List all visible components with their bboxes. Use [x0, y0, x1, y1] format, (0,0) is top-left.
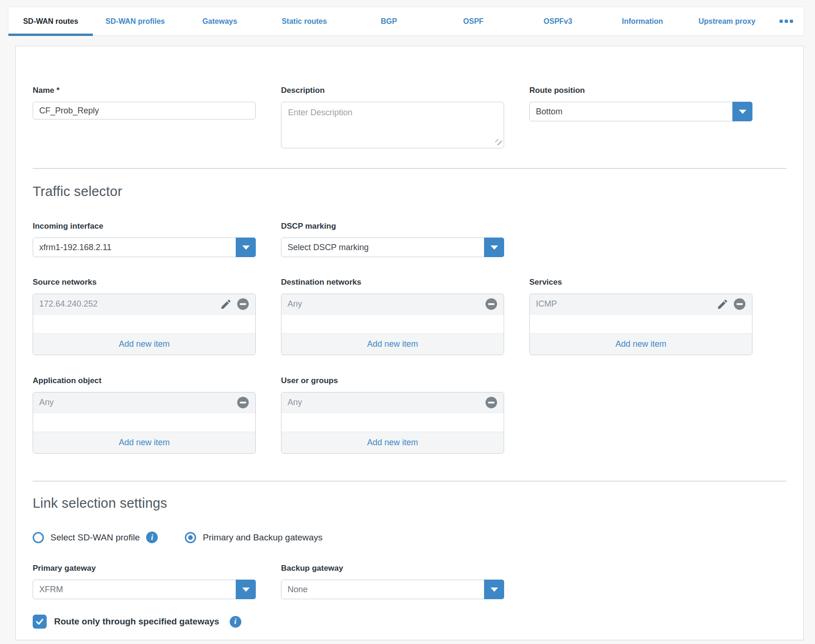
tab-bar: SD-WAN routes SD-WAN profiles Gateways S…	[8, 7, 804, 36]
add-service-button[interactable]: Add new item	[530, 333, 752, 355]
route-position-label: Route position	[529, 86, 752, 95]
incoming-interface-label: Incoming interface	[33, 222, 256, 231]
source-networks-listbox: 172.64.240.252 Add new item	[33, 294, 256, 355]
application-object-listbox: Any Add new item	[33, 392, 256, 454]
dropdown-button[interactable]	[732, 102, 752, 121]
incoming-interface-dropdown[interactable]: xfrm1-192.168.2.11	[33, 238, 256, 257]
add-application-object-button[interactable]: Add new item	[33, 432, 255, 453]
dscp-marking-field-group: DSCP marking Select DSCP marking	[281, 222, 504, 257]
tab-label: BGP	[381, 17, 397, 26]
traffic-selector-dropdown-row: Incoming interface xfrm1-192.168.2.11 DS…	[33, 222, 787, 257]
radio-select-sdwan-profile[interactable]	[33, 532, 44, 543]
link-selection-radio-row: Select SD-WAN profile i Primary and Back…	[33, 532, 787, 543]
tab-sdwan-profiles[interactable]: SD-WAN profiles	[93, 7, 177, 35]
primary-gateway-label: Primary gateway	[33, 564, 256, 573]
dscp-marking-dropdown[interactable]: Select DSCP marking	[281, 238, 504, 257]
backup-gateway-value: None	[288, 585, 308, 595]
incoming-interface-field-group: Incoming interface xfrm1-192.168.2.11	[33, 222, 256, 257]
tab-upstream-proxy[interactable]: Upstream proxy	[685, 7, 769, 35]
services-group: Services ICMP Add new item	[529, 278, 752, 355]
tab-label: Upstream proxy	[699, 17, 756, 26]
gateway-dropdown-row: Primary gateway XFRM Backup gateway None	[33, 564, 787, 599]
radio-select-sdwan-profile-label: Select SD-WAN profile	[50, 532, 140, 543]
list-item: Any	[281, 392, 504, 413]
destination-network-item-text: Any	[288, 299, 485, 309]
description-textarea[interactable]	[281, 102, 504, 148]
services-label: Services	[529, 278, 752, 287]
section-divider	[33, 481, 787, 482]
chevron-down-icon	[739, 110, 746, 114]
active-tab-underline	[8, 34, 93, 36]
list-item: 172.64.240.252	[33, 294, 255, 315]
tab-label: SD-WAN routes	[23, 17, 78, 26]
chevron-down-icon	[491, 588, 498, 592]
general-section: Name * Description Route position Bottom	[33, 86, 787, 148]
primary-gateway-value: XFRM	[39, 585, 63, 595]
remove-minus-icon[interactable]	[733, 298, 746, 310]
remove-minus-icon[interactable]	[237, 396, 249, 409]
source-networks-group: Source networks 172.64.240.252 Add new i…	[33, 278, 256, 355]
tab-gateways[interactable]: Gateways	[177, 7, 262, 35]
more-tabs-button[interactable]	[769, 7, 804, 35]
source-networks-label: Source networks	[33, 278, 256, 287]
name-label: Name *	[33, 86, 256, 95]
name-input[interactable]	[33, 102, 256, 119]
backup-gateway-dropdown[interactable]: None	[281, 580, 504, 599]
edit-pencil-icon[interactable]	[717, 298, 729, 310]
check-icon	[35, 617, 44, 626]
name-field-group: Name *	[33, 86, 256, 119]
dropdown-button[interactable]	[236, 580, 256, 599]
more-dots-icon	[780, 20, 793, 23]
user-groups-listbox: Any Add new item	[281, 392, 504, 454]
source-network-item-text: 172.64.240.252	[39, 299, 220, 309]
application-object-item-text: Any	[39, 398, 237, 407]
dropdown-button[interactable]	[484, 238, 504, 257]
list-item: Any	[33, 392, 255, 413]
radio-primary-backup-gateways[interactable]	[185, 532, 196, 543]
route-only-info-icon[interactable]: i	[230, 616, 241, 628]
tab-information[interactable]: Information	[600, 7, 685, 35]
list-item: Any	[281, 294, 504, 315]
dscp-marking-label: DSCP marking	[281, 222, 504, 231]
route-position-dropdown[interactable]: Bottom	[529, 102, 752, 121]
backup-gateway-field-group: Backup gateway None	[281, 564, 504, 599]
user-groups-label: User or groups	[281, 376, 504, 385]
primary-gateway-field-group: Primary gateway XFRM	[33, 564, 256, 599]
tab-ospf[interactable]: OSPF	[431, 7, 516, 35]
tab-label: SD-WAN profiles	[105, 17, 165, 26]
tab-sdwan-routes[interactable]: SD-WAN routes	[8, 7, 93, 35]
dropdown-button[interactable]	[484, 580, 504, 599]
remove-minus-icon[interactable]	[485, 396, 498, 409]
route-only-checkbox[interactable]	[33, 615, 47, 629]
chevron-down-icon	[491, 245, 498, 250]
add-destination-network-button[interactable]: Add new item	[281, 333, 504, 355]
sdwan-route-form-panel: Name * Description Route position Bottom…	[15, 46, 804, 640]
tab-static-routes[interactable]: Static routes	[262, 7, 346, 35]
section-divider	[33, 168, 787, 169]
user-groups-group: User or groups Any Add new item	[281, 376, 504, 454]
dscp-marking-value: Select DSCP marking	[288, 243, 369, 252]
description-field-group: Description	[281, 86, 504, 148]
remove-minus-icon[interactable]	[485, 298, 498, 310]
remove-minus-icon[interactable]	[237, 298, 249, 310]
edit-pencil-icon[interactable]	[220, 298, 232, 310]
application-object-label: Application object	[33, 376, 256, 385]
link-selection-heading: Link selection settings	[33, 496, 787, 511]
destination-networks-label: Destination networks	[281, 278, 504, 287]
tab-ospfv3[interactable]: OSPFv3	[516, 7, 600, 35]
networks-services-row: Source networks 172.64.240.252 Add new i…	[33, 278, 787, 355]
primary-gateway-dropdown[interactable]: XFRM	[33, 580, 256, 599]
tab-label: OSPFv3	[544, 17, 572, 26]
application-object-group: Application object Any Add new item	[33, 376, 256, 454]
tab-bgp[interactable]: BGP	[346, 7, 431, 35]
chevron-down-icon	[242, 245, 250, 250]
chevron-down-icon	[242, 588, 250, 592]
route-only-checkbox-row: Route only through specified gateways i	[33, 615, 787, 629]
add-source-network-button[interactable]: Add new item	[33, 333, 255, 355]
sdwan-profile-info-icon[interactable]: i	[146, 532, 158, 543]
dropdown-button[interactable]	[236, 238, 256, 257]
destination-networks-listbox: Any Add new item	[281, 294, 504, 355]
services-listbox: ICMP Add new item	[529, 294, 752, 355]
list-item: ICMP	[530, 294, 752, 315]
add-user-group-button[interactable]: Add new item	[281, 432, 504, 453]
